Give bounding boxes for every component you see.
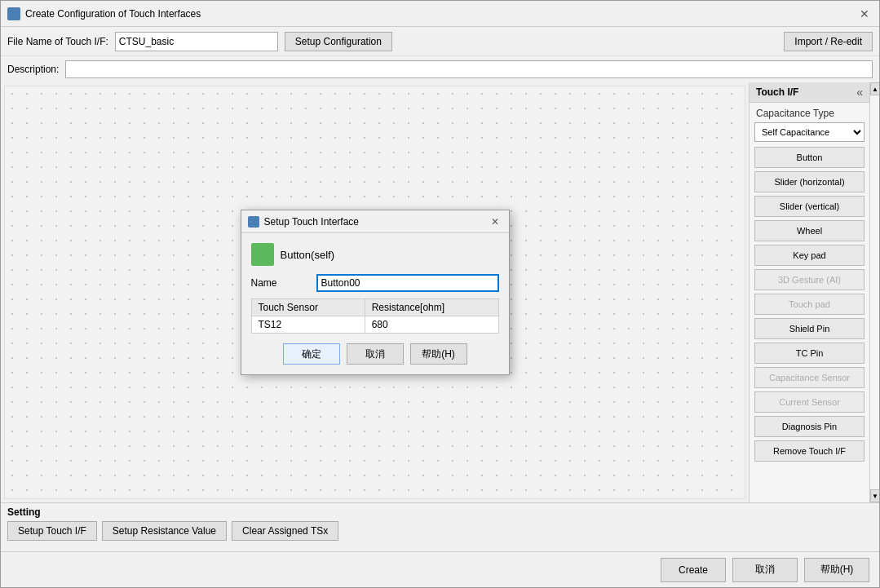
table-header-sensor: Touch Sensor [251,299,365,316]
table-cell-sensor: TS12 [251,316,365,334]
panel-btn-3d-gesture: 3D Gesture (AI) [754,269,865,290]
setup-touch-if-button[interactable]: Setup Touch I/F [7,521,97,541]
panel-collapse-icon[interactable]: « [856,86,863,99]
modal-type-label: Button(self) [281,249,334,261]
scroll-track [870,95,879,489]
modal-cancel-button[interactable]: 取消 [347,343,404,365]
cancel-button[interactable]: 取消 [732,558,798,582]
modal-indicator-row: Button(self) [251,243,499,266]
panel-btn-cap-sensor: Capacitance Sensor [754,367,865,388]
modal-titlebar: Setup Touch Interface ✕ [241,210,509,233]
description-input[interactable] [65,60,873,78]
scroll-up-arrow[interactable]: ▲ [870,82,879,95]
create-button[interactable]: Create [661,558,726,582]
modal-help-button[interactable]: 帮助(H) [410,343,467,365]
panel-btn-remove[interactable]: Remove Touch I/F [754,440,865,462]
panel-btn-tc-pin[interactable]: TC Pin [754,343,865,364]
app-icon [7,7,20,20]
modal-close-button[interactable]: ✕ [488,214,502,229]
sensor-table: Touch Sensor Resistance[ohm] TS12 680 [251,298,499,334]
modal-dialog: Setup Touch Interface ✕ Button(self) Nam… [241,210,510,375]
bottom-bar: Setting Setup Touch I/F Setup Resistance… [1,502,879,551]
modal-confirm-button[interactable]: 确定 [283,343,340,365]
panel-btn-diagnosis-pin[interactable]: Diagnosis Pin [754,416,865,437]
main-window: Create Configuration of Touch Interfaces… [0,0,880,588]
main-content: Setup Touch Interface ✕ Button(self) Nam… [1,82,879,502]
panel-btn-button[interactable]: Button [754,147,865,168]
scroll-down-arrow[interactable]: ▼ [870,489,879,502]
import-reedit-button[interactable]: Import / Re-edit [784,32,873,51]
clear-assigned-button[interactable]: Clear Assigned TSx [232,521,338,541]
right-panel-container: Touch I/F « Capacitance Type Self Capaci… [749,82,879,502]
panel-btn-slider-h[interactable]: Slider (horizontal) [754,171,865,192]
modal-app-icon [248,216,259,228]
type-indicator [251,243,274,266]
panel-btn-keypad[interactable]: Key pad [754,245,865,266]
help-button[interactable]: 帮助(H) [804,558,869,582]
footer-bar: Create 取消 帮助(H) [1,551,879,587]
panel-btn-current-sensor: Current Sensor [754,391,865,413]
panel-scroll-area[interactable]: Capacitance Type Self Capacitance Mutual… [750,103,869,502]
name-label: Name [251,277,316,289]
name-input[interactable] [316,274,499,292]
modal-buttons: 确定 取消 帮助(H) [251,343,499,365]
file-name-label: File Name of Touch I/F: [7,36,108,47]
bottom-buttons: Setup Touch I/F Setup Resistance Value C… [7,521,873,541]
capacitance-section-title: Capacitance Type [750,103,869,121]
modal-body: Button(self) Name Touch Sensor [241,233,509,374]
name-form-row: Name [251,274,499,292]
description-label: Description: [7,64,59,75]
right-panel: Touch I/F « Capacitance Type Self Capaci… [749,82,869,502]
modal-title: Setup Touch Interface [264,216,483,228]
panel-header: Touch I/F « [750,82,869,103]
window-title: Create Configuration of Touch Interfaces [25,8,851,20]
panel-title: Touch I/F [756,86,798,98]
description-bar: Description: [1,56,879,82]
panel-btn-shield-pin[interactable]: Shield Pin [754,318,865,339]
setting-label: Setting [7,506,873,518]
table-header-resistance: Resistance[ohm] [365,299,498,316]
setup-config-button[interactable]: Setup Configuration [285,32,392,51]
panel-btn-slider-v[interactable]: Slider (vertical) [754,196,865,217]
table-cell-resistance: 680 [365,316,498,334]
window-close-button[interactable]: ✕ [856,6,873,22]
setup-resistance-button[interactable]: Setup Resistance Value [102,521,227,541]
panel-btn-wheel[interactable]: Wheel [754,220,865,241]
header-bar: File Name of Touch I/F: Setup Configurat… [1,27,879,56]
right-scrollbar[interactable]: ▲ ▼ [869,82,879,502]
file-name-input[interactable] [115,32,278,51]
capacitance-dropdown[interactable]: Self Capacitance Mutual Capacitance [754,122,865,142]
panel-btn-touchpad: Touch pad [754,294,865,315]
modal-overlay: Setup Touch Interface ✕ Button(self) Nam… [5,86,745,498]
canvas-area[interactable]: Setup Touch Interface ✕ Button(self) Nam… [4,86,745,499]
table-row: TS12 680 [251,316,498,334]
titlebar: Create Configuration of Touch Interfaces… [1,1,879,27]
